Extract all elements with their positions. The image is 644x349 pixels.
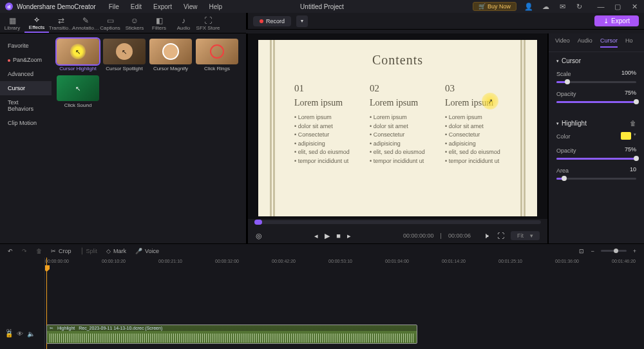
effect-click-sound[interactable]: ↖ Click Sound: [57, 75, 99, 108]
ruler-tick: 00:01:14:20: [442, 259, 466, 263]
record-button[interactable]: Record: [253, 16, 291, 26]
sfx-icon: ⛶: [204, 16, 212, 25]
redo-button[interactable]: ↷: [22, 248, 27, 254]
ruler-tick: 00:00:00:00: [45, 259, 69, 263]
highlight-color-swatch[interactable]: [621, 132, 631, 140]
zoom-slider[interactable]: [601, 250, 627, 252]
scale-slider[interactable]: [556, 81, 636, 83]
track-lock-button[interactable]: 🔒: [5, 330, 13, 337]
area-slider[interactable]: [556, 178, 636, 180]
fullscreen-button[interactable]: ⛶: [497, 232, 504, 240]
timeline-clip[interactable]: ✂ Highlight Rec_2023-09-11 14-13-10.dcre…: [46, 325, 417, 344]
delete-highlight-button[interactable]: 🗑: [630, 120, 636, 127]
effect-cursor-magnify[interactable]: Cursor Magnify: [149, 39, 192, 71]
ruler-tick: 00:00:32:00: [215, 259, 239, 263]
tab-library[interactable]: ▦Library: [0, 13, 24, 33]
split-button[interactable]: ⎮ Split: [80, 248, 98, 254]
fit-selector[interactable]: Fit▾: [511, 231, 540, 240]
cursor-highlight-indicator: [482, 93, 498, 109]
ruler-tick: 00:00:42:20: [272, 259, 296, 263]
highlight-opacity-label: Opacity: [556, 147, 576, 154]
crop-button[interactable]: ✂ Crop: [51, 248, 71, 254]
prop-tab-more[interactable]: Ho: [625, 37, 633, 48]
track-mute-button[interactable]: 🔈: [27, 330, 35, 337]
menu-view[interactable]: View: [184, 3, 198, 10]
ruler-tick: 00:01:25:10: [498, 259, 522, 263]
preview-scrubber[interactable]: [254, 220, 541, 224]
tab-filters[interactable]: ◧Filters: [147, 13, 171, 33]
section-highlight[interactable]: ▾Highlight🗑: [556, 120, 636, 127]
user-icon[interactable]: 👤: [524, 2, 533, 11]
menu-help[interactable]: Help: [209, 3, 222, 10]
zoom-in-button[interactable]: +: [633, 248, 636, 254]
highlight-opacity-slider[interactable]: [556, 158, 636, 160]
mute-button[interactable]: 🕨: [484, 232, 491, 240]
timeline-fit-button[interactable]: ⊡: [579, 248, 584, 254]
prev-frame-button[interactable]: ◂: [314, 232, 318, 240]
cat-text-behaviors[interactable]: Text Behaviors: [0, 95, 52, 116]
ruler-tick: 00:01:36:00: [555, 259, 579, 263]
chevron-down-icon: ▾: [530, 232, 533, 239]
cat-clip-motion[interactable]: Clip Motion: [0, 116, 52, 130]
effect-cursor-spotlight[interactable]: ↖ Cursor Spotlight: [103, 39, 146, 71]
main-menu: File Edit Export View Help: [109, 3, 222, 10]
cat-advanced[interactable]: Advanced: [0, 67, 52, 81]
cat-cursor[interactable]: Cursor: [0, 81, 52, 95]
tab-stickers[interactable]: ☺Stickers: [122, 13, 147, 33]
minimize-icon[interactable]: —: [596, 2, 605, 11]
ruler-tick: 00:01:46:20: [612, 259, 636, 263]
export-button[interactable]: ⤓Export: [594, 15, 639, 26]
maximize-icon[interactable]: ▢: [613, 2, 622, 11]
cursor-opacity-value[interactable]: 75%: [625, 90, 636, 96]
clip-effect-tag: Highlight: [57, 326, 75, 330]
tab-annotations[interactable]: ✎Annotatio…: [73, 13, 98, 33]
tab-captions[interactable]: ▭Captions: [98, 13, 122, 33]
prop-tab-audio[interactable]: Audio: [578, 37, 592, 48]
area-label: Area: [556, 167, 569, 174]
voice-button[interactable]: 🎤 Voice: [135, 248, 159, 254]
clip-waveform: [50, 334, 414, 343]
cursor-opacity-slider[interactable]: [556, 101, 636, 103]
tab-effects[interactable]: ✧Effects: [24, 13, 49, 33]
play-button[interactable]: ▶: [325, 232, 330, 240]
scale-value[interactable]: 100%: [621, 70, 636, 76]
stickers-icon: ☺: [131, 16, 138, 25]
transitions-icon: ⇄: [58, 16, 64, 25]
effect-click-rings[interactable]: Click Rings: [196, 39, 238, 71]
tab-transitions[interactable]: ⇄Transitio…: [49, 13, 73, 33]
area-value[interactable]: 10: [630, 166, 636, 173]
captions-icon: ▭: [107, 16, 114, 25]
export-icon: ⤓: [603, 17, 609, 24]
prop-tab-cursor[interactable]: Cursor: [600, 37, 618, 48]
buy-now-button[interactable]: 🛒 Buy Now: [473, 2, 516, 11]
color-dropdown-icon[interactable]: ▾: [634, 132, 636, 137]
timecode-duration: 00:00:06: [448, 232, 471, 239]
menu-export[interactable]: Export: [153, 3, 172, 10]
close-icon[interactable]: ✕: [630, 2, 639, 11]
preview-canvas[interactable]: Contents 01 Lorem ipsum Lorem ipsumdolor…: [258, 40, 537, 216]
highlight-opacity-value[interactable]: 75%: [625, 146, 636, 153]
stop-button[interactable]: ■: [336, 232, 341, 240]
history-icon[interactable]: ↻: [574, 2, 583, 11]
menu-edit[interactable]: Edit: [131, 3, 142, 10]
notify-icon[interactable]: ✉: [558, 2, 567, 11]
zoom-out-button[interactable]: −: [591, 248, 594, 254]
undo-button[interactable]: ↶: [8, 248, 13, 254]
resource-tabs: ▦Library ✧Effects ⇄Transitio… ✎Annotatio…: [0, 13, 246, 33]
cat-favorite[interactable]: Favorite: [0, 39, 52, 53]
cloud-icon[interactable]: ☁: [541, 2, 550, 11]
next-frame-button[interactable]: ▸: [347, 232, 351, 240]
prop-tab-video[interactable]: Video: [555, 37, 570, 48]
track-visibility-button[interactable]: 👁: [17, 330, 23, 337]
tab-sfx[interactable]: ⛶SFX Store: [196, 13, 220, 33]
mark-button[interactable]: ◇ Mark: [106, 248, 126, 254]
cat-panzoom[interactable]: Pan&Zoom: [0, 53, 52, 67]
delete-button[interactable]: 🗑: [36, 248, 42, 254]
timeline-ruler[interactable]: 00:00:00:0000:00:10:2000:00:21:1000:00:3…: [45, 258, 644, 267]
effect-cursor-highlight[interactable]: ↖ Cursor Highlight: [57, 39, 99, 71]
menu-file[interactable]: File: [109, 3, 119, 10]
record-dropdown[interactable]: ▾: [296, 15, 308, 27]
tab-audio[interactable]: ♪Audio: [171, 13, 196, 33]
snapshot-button[interactable]: ◎: [256, 232, 262, 240]
section-cursor[interactable]: ▾Cursor: [556, 57, 636, 64]
